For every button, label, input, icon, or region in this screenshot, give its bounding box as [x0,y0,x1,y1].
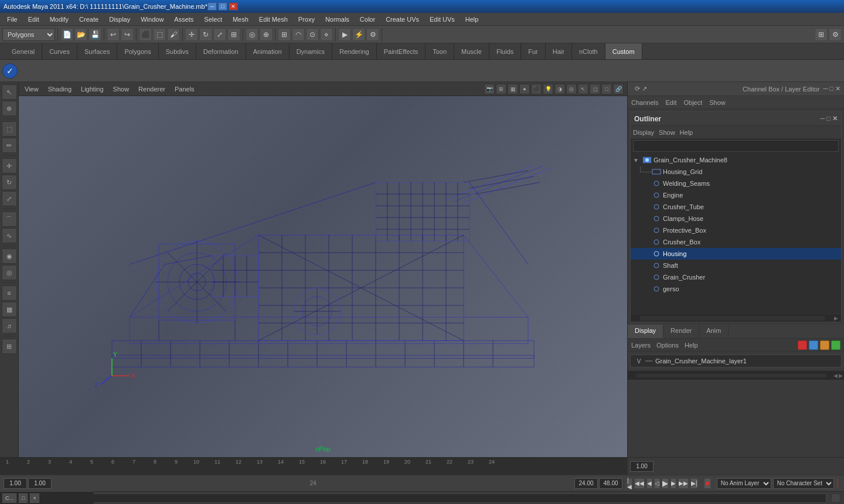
cb-menu-edit[interactable]: Edit [665,99,676,106]
menu-proxy[interactable]: Proxy [294,15,319,24]
shelf-tab-fur[interactable]: Fur [521,43,546,59]
menu-edituvs[interactable]: Edit UVs [425,15,460,24]
layer-scrollbar[interactable]: ◀ ▶ [628,370,844,380]
taskbar-minimize[interactable]: □ [19,493,28,503]
shelf-tab-fluids[interactable]: Fluids [489,43,521,59]
menu-window[interactable]: Window [136,15,168,24]
vp-icon-grid[interactable]: ⊞ [496,84,506,94]
char-set-select[interactable]: No Character Set [773,478,834,489]
vp-icon-obj[interactable]: ◻ [590,84,600,94]
shelf-tab-curves[interactable]: Curves [42,43,77,59]
vp-icon-select-mode[interactable]: ↖ [578,84,588,94]
tree-item-grain-crusher[interactable]: Grain_Crusher [631,271,841,283]
menu-display[interactable]: Display [104,15,135,24]
close-button[interactable]: ✕ [229,2,238,11]
step-forward-button[interactable]: ▶ [671,478,676,489]
redo-button[interactable]: ↪ [121,28,134,41]
new-scene-button[interactable]: 📄 [60,28,73,41]
tree-item-welding-seams[interactable]: Welding_Seams [631,178,841,189]
command-input[interactable] [22,493,826,503]
layer-icon-2[interactable] [809,340,818,350]
vp-icon-smooth[interactable]: ● [519,84,530,94]
shelf-tab-deformation[interactable]: Deformation [196,43,246,59]
vp-menu-renderer[interactable]: Renderer [136,84,168,94]
layer-scroll-left[interactable]: ◀ [833,373,838,379]
layer-scroll-right[interactable]: ▶ [839,373,843,379]
sculpt-tool[interactable]: ◉ [2,248,17,264]
anim-end-input[interactable] [599,478,622,489]
render-layers[interactable]: ▦ [2,302,17,317]
outliner-scrollbar-h[interactable]: ▶ [631,314,841,322]
menu-edit[interactable]: Edit [23,15,44,24]
tree-item-engine[interactable]: Engine [631,189,841,201]
undo-button[interactable]: ↩ [107,28,120,41]
next-key-button[interactable]: ▶▶ [678,478,689,489]
playback-current-input[interactable] [28,478,52,489]
cb-minimize[interactable]: ─ [823,85,828,93]
outliner-close[interactable]: ✕ [832,115,838,122]
ipr-render[interactable]: ⚡ [352,28,365,41]
go-end-button[interactable]: ▶| [690,478,698,489]
tree-item-gerso[interactable]: gerso [631,283,841,295]
rotate-tool[interactable]: ↻ [199,28,212,41]
minimize-button[interactable]: ─ [207,2,217,11]
shelf-tab-painteffects[interactable]: PaintEffects [377,43,426,59]
outliner-search-input[interactable] [633,140,839,152]
scroll-right[interactable]: ▶ [834,315,841,321]
auto-key-button[interactable]: ⏺ [704,478,711,489]
shelf-tab-ncloth[interactable]: nCloth [572,43,605,59]
cb-close[interactable]: ✕ [835,85,840,93]
anim-layer-select[interactable]: No Anim Layer [717,478,771,489]
move-tool[interactable]: ✛ [185,28,198,41]
tree-item-root[interactable]: ▼ Grain_Crusher_Machine8 [631,154,841,166]
paint-select[interactable]: ✏ [2,138,17,153]
play-forward-button[interactable]: ▶ [662,478,669,489]
shelf-icon-check[interactable]: ✓ [2,63,18,79]
vp-icon-camera[interactable]: 📷 [484,84,495,94]
settings-button[interactable]: ⚙ [829,28,842,41]
select-tool[interactable]: ⬛ [139,28,152,41]
snap-surface[interactable]: ⋄ [320,28,333,41]
snap-curve[interactable]: ◠ [292,28,305,41]
tree-item-crusher-box[interactable]: Crusher_Box [631,236,841,248]
rotate-lt[interactable]: ↻ [2,175,17,190]
display-layers[interactable]: ≡ [2,285,17,301]
shelf-tab-general[interactable]: General [5,43,42,59]
collapse-icon[interactable]: ▼ [633,157,642,164]
menu-editmesh[interactable]: Edit Mesh [254,15,292,24]
cb-sub-options[interactable]: Options [656,342,679,349]
vp-icon-shadows[interactable]: ◑ [554,84,565,94]
render-settings[interactable]: ⚙ [366,28,379,41]
key-record-indicator[interactable] [837,479,838,488]
shelf-tab-subdivs[interactable]: Subdivs [159,43,196,59]
shelf-tab-polygons[interactable]: Polygons [117,43,158,59]
vp-icon-wireframe[interactable]: ▦ [508,84,518,94]
title-bar-controls[interactable]: ─ □ ✕ [207,2,238,11]
cv-curve[interactable]: ⌒ [2,212,17,227]
snap-point[interactable]: ⊙ [306,28,319,41]
shelf-tab-surfaces[interactable]: Surfaces [77,43,117,59]
save-scene-button[interactable]: 💾 [89,28,101,41]
select-mode-button[interactable]: ↖ [2,84,17,100]
show-manip-tool[interactable]: ⊕ [260,28,273,41]
vp-menu-lighting[interactable]: Lighting [79,84,106,94]
layer-icon-4[interactable] [831,340,840,350]
tree-item-housing[interactable]: Housing [631,248,841,260]
shelf-tab-dynamics[interactable]: Dynamics [290,43,332,59]
tree-item-clamps-hose[interactable]: Clamps_Hose [631,213,841,224]
script-editor-toggle[interactable] [831,493,840,503]
play-back-button[interactable]: ◁ [654,478,660,489]
menu-select[interactable]: Select [199,15,227,24]
vp-menu-show[interactable]: Show [111,84,132,94]
menu-create[interactable]: Create [74,15,103,24]
cb-sub-help[interactable]: Help [685,342,698,349]
vp-icon-link[interactable]: 🔗 [613,84,624,94]
soft-select[interactable]: ◎ [2,265,17,280]
cb-menu-object[interactable]: Object [683,99,702,106]
outliner-menu-display[interactable]: Display [633,129,654,136]
prev-key-button[interactable]: ◀◀ [634,478,645,489]
menu-assets[interactable]: Assets [169,15,198,24]
current-frame-input[interactable] [630,461,654,472]
shelf-tab-animation[interactable]: Animation [246,43,290,59]
quick-layout[interactable]: ⊞ [2,339,17,354]
